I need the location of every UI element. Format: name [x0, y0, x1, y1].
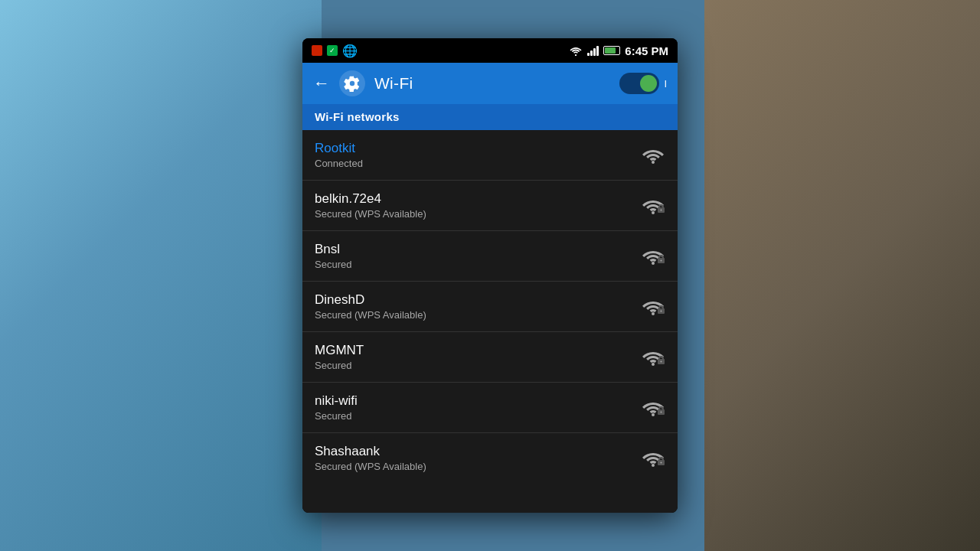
battery-icon: [603, 46, 620, 55]
status-time: 6:45 PM: [625, 44, 668, 57]
svg-rect-24: [659, 458, 663, 461]
network-info: DineshDSecured (WPS Available): [315, 292, 641, 321]
svg-point-0: [575, 54, 577, 56]
back-button[interactable]: ←: [313, 73, 330, 93]
network-name: Shashaank: [315, 444, 641, 459]
svg-rect-4: [659, 205, 663, 209]
svg-point-2: [652, 211, 655, 214]
svg-point-9: [661, 259, 662, 261]
network-name: Bnsl: [315, 242, 641, 257]
svg-point-25: [661, 461, 662, 463]
status-bar: ✓ 🌐: [302, 38, 678, 63]
network-info: RootkitConnected: [315, 141, 641, 169]
background-left: [0, 0, 322, 551]
svg-point-6: [652, 262, 655, 265]
network-status: Secured: [315, 259, 641, 270]
svg-point-13: [661, 310, 662, 311]
svg-point-14: [652, 363, 655, 366]
wifi-toggle[interactable]: I: [619, 73, 667, 94]
network-status: Connected: [315, 158, 641, 169]
status-icons-left: ✓ 🌐: [312, 44, 358, 58]
network-item[interactable]: belkin.72e4Secured (WPS Available): [302, 181, 678, 231]
red-square-icon: [312, 45, 322, 56]
network-name: Rootkit: [315, 141, 641, 156]
network-item[interactable]: RootkitConnected: [302, 130, 678, 181]
svg-point-22: [652, 464, 655, 467]
wifi-signal-icon: [641, 295, 665, 318]
network-status: Secured (WPS Available): [315, 461, 641, 472]
network-item[interactable]: ShashaankSecured (WPS Available): [302, 433, 678, 483]
wifi-signal-icon: [641, 447, 665, 470]
network-info: BnslSecured: [315, 242, 641, 270]
svg-point-10: [652, 312, 655, 315]
network-name: niki-wifi: [315, 393, 641, 409]
action-bar: ← Wi-Fi I: [302, 63, 678, 104]
status-right: 6:45 PM: [569, 44, 668, 57]
wifi-signal-icon: [641, 346, 665, 369]
network-info: MGMNTSecured: [315, 343, 641, 371]
page-title: Wi-Fi: [374, 74, 610, 93]
svg-rect-12: [659, 306, 663, 310]
section-header-text: Wi-Fi networks: [315, 110, 400, 123]
wifi-signal-icon: [641, 396, 665, 419]
network-status: Secured: [315, 360, 641, 371]
check-icon: ✓: [327, 45, 338, 56]
toggle-thumb: [640, 75, 657, 92]
network-info: ShashaankSecured (WPS Available): [315, 444, 641, 472]
toggle-track[interactable]: [619, 73, 659, 94]
svg-point-21: [661, 411, 662, 412]
svg-point-1: [652, 161, 655, 164]
networks-list: RootkitConnected belkin.72e4Secured (WPS…: [302, 130, 678, 513]
network-info: belkin.72e4Secured (WPS Available): [315, 191, 641, 220]
toggle-label: I: [664, 78, 667, 90]
svg-rect-20: [659, 407, 663, 411]
network-name: belkin.72e4: [315, 191, 641, 207]
network-status: Secured (WPS Available): [315, 309, 641, 321]
section-header: Wi-Fi networks: [302, 104, 678, 130]
network-name: MGMNT: [315, 343, 641, 358]
network-status: Secured (WPS Available): [315, 208, 641, 220]
svg-rect-8: [659, 256, 663, 259]
phone-screen: ✓ 🌐: [302, 38, 678, 513]
network-name: DineshD: [315, 292, 641, 308]
svg-point-18: [652, 413, 655, 416]
settings-gear-icon: [339, 70, 365, 96]
wifi-signal-icon: [641, 144, 665, 167]
wifi-status-icon: [569, 45, 583, 56]
globe-icon: 🌐: [342, 44, 358, 58]
network-status: Secured: [315, 410, 641, 422]
svg-rect-16: [659, 357, 663, 360]
phone-wrapper: ✓ 🌐: [302, 38, 678, 513]
svg-point-5: [661, 209, 662, 210]
network-item[interactable]: MGMNTSecured: [302, 332, 678, 383]
network-item[interactable]: DineshDSecured (WPS Available): [302, 282, 678, 332]
svg-point-17: [661, 360, 662, 362]
network-item[interactable]: niki-wifiSecured: [302, 383, 678, 433]
wifi-signal-icon: [641, 245, 665, 268]
background-right: [704, 0, 980, 551]
cell-signal-icon: [587, 45, 599, 56]
network-info: niki-wifiSecured: [315, 393, 641, 422]
wifi-signal-icon: [641, 194, 665, 217]
network-item[interactable]: BnslSecured: [302, 231, 678, 282]
